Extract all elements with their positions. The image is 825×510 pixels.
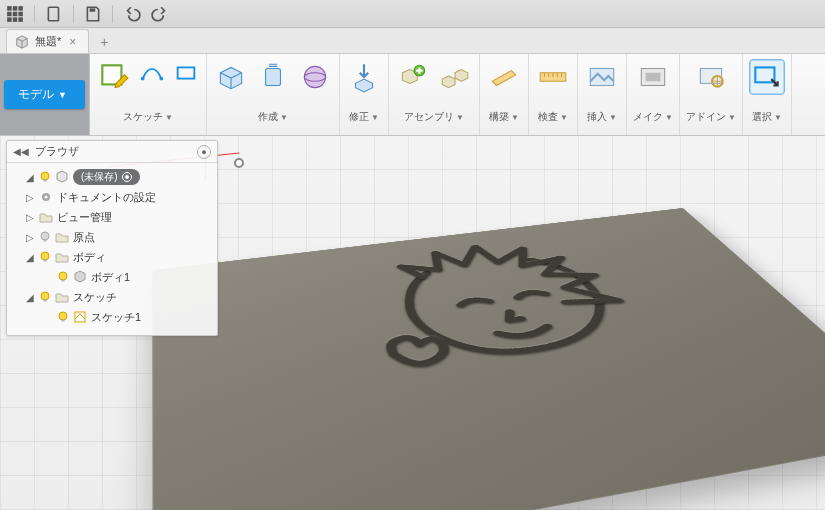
svg-point-26 (41, 172, 49, 180)
browser-header[interactable]: ◀◀ ブラウザ ● (7, 141, 217, 163)
ribbon-group-sketch: スケッチ▼ (90, 54, 207, 135)
ribbon-group-construct: 構築▼ (480, 54, 529, 135)
ribbon-group-label[interactable]: アドイン▼ (686, 109, 736, 125)
ribbon-group-label[interactable]: 構築▼ (489, 109, 519, 125)
svg-rect-9 (48, 7, 58, 21)
ribbon-group-label[interactable]: アセンブリ▼ (404, 109, 464, 125)
svg-rect-0 (7, 6, 12, 11)
extrude-tool-button[interactable] (255, 59, 291, 95)
press-pull-button[interactable] (346, 59, 382, 95)
folder-icon (55, 230, 69, 244)
ribbon-group-label[interactable]: 選択▼ (752, 109, 782, 125)
chevron-down-icon: ▼ (560, 113, 568, 122)
svg-point-13 (159, 77, 163, 81)
chevron-down-icon: ▼ (665, 113, 673, 122)
rectangle-tool-button[interactable] (172, 59, 200, 87)
record-icon (122, 172, 132, 182)
new-component-button[interactable] (395, 59, 431, 95)
tree-node-body1[interactable]: ボディ1 (43, 267, 213, 287)
joint-button[interactable] (437, 59, 473, 95)
insert-decal-button[interactable] (584, 59, 620, 95)
tree-node-bodies[interactable]: ◢ ボディ (25, 247, 213, 267)
svg-point-38 (59, 312, 67, 320)
ribbon-group-label[interactable]: スケッチ▼ (123, 109, 173, 125)
tree-node-label: ビュー管理 (57, 210, 112, 225)
new-tab-button[interactable]: + (93, 31, 115, 53)
lightbulb-off-icon[interactable] (39, 231, 51, 243)
folder-icon (55, 250, 69, 264)
ribbon-group-label[interactable]: 作成▼ (258, 109, 288, 125)
ribbon-toolbar: モデル ▼ スケッチ▼ 作成▼ 修 (0, 54, 825, 136)
expand-icon[interactable]: ▷ (25, 212, 35, 223)
tree-root[interactable]: ◢ (未保存) (25, 167, 213, 187)
tree-node-sketches[interactable]: ◢ スケッチ (25, 287, 213, 307)
svg-rect-14 (178, 67, 195, 78)
make-3dprint-button[interactable] (635, 59, 671, 95)
svg-rect-8 (18, 17, 23, 22)
file-new-icon[interactable] (45, 5, 63, 23)
svg-rect-35 (62, 280, 65, 282)
origin-marker (234, 158, 244, 168)
chevron-down-icon: ▼ (58, 90, 67, 100)
ribbon-group-label[interactable]: 修正▼ (349, 109, 379, 125)
expand-icon[interactable]: ▷ (25, 192, 35, 203)
collapse-icon[interactable]: ◀◀ (13, 146, 29, 157)
browser-panel: ◀◀ ブラウザ ● ◢ (未保存) ▷ ドキュメントの設定 ▷ ビュー管理 (6, 140, 218, 336)
separator (34, 5, 35, 23)
tab-close-button[interactable]: × (67, 35, 78, 49)
quick-access-toolbar (0, 0, 825, 28)
folder-icon (39, 210, 53, 224)
svg-point-30 (41, 232, 49, 240)
expand-icon[interactable]: ▷ (25, 232, 35, 243)
spline-tool-button[interactable] (138, 59, 166, 87)
save-icon[interactable] (84, 5, 102, 23)
lightbulb-icon[interactable] (39, 171, 51, 183)
ribbon-group-insert: 挿入▼ (578, 54, 627, 135)
svg-rect-10 (90, 8, 96, 11)
select-tool-button[interactable] (749, 59, 785, 95)
sphere-tool-button[interactable] (297, 59, 333, 95)
panel-pin-icon[interactable]: ● (197, 145, 211, 159)
root-label: (未保存) (73, 169, 140, 185)
chevron-down-icon: ▼ (728, 113, 736, 122)
tree-node-sketch1[interactable]: スケッチ1 (43, 307, 213, 327)
svg-rect-22 (646, 73, 661, 82)
workspace-switcher[interactable]: モデル ▼ (0, 54, 90, 135)
redo-icon[interactable] (151, 5, 169, 23)
svg-point-29 (45, 196, 48, 199)
scripts-addins-button[interactable] (693, 59, 729, 95)
lightbulb-icon[interactable] (39, 291, 51, 303)
construction-plane-button[interactable] (486, 59, 522, 95)
tree-node-label: ボディ1 (91, 270, 130, 285)
app-menu-icon[interactable] (6, 5, 24, 23)
undo-icon[interactable] (123, 5, 141, 23)
document-tab[interactable]: 無題* × (6, 29, 89, 53)
tree-node-origin[interactable]: ▷ 原点 (25, 227, 213, 247)
svg-rect-1 (13, 6, 18, 11)
ribbon-group-label[interactable]: メイク▼ (633, 109, 673, 125)
ribbon-group-create: 作成▼ (207, 54, 340, 135)
svg-point-12 (141, 77, 145, 81)
ribbon-group-label[interactable]: 挿入▼ (587, 109, 617, 125)
workspace-button[interactable]: モデル ▼ (4, 80, 85, 109)
body-icon (73, 270, 87, 284)
box-tool-button[interactable] (213, 59, 249, 95)
tree-node-label: スケッチ1 (91, 310, 141, 325)
tree-node-label: ドキュメントの設定 (57, 190, 156, 205)
expand-icon[interactable]: ◢ (25, 172, 35, 183)
ribbon-group-label[interactable]: 検査▼ (538, 109, 568, 125)
model-body[interactable] (152, 206, 825, 480)
svg-rect-6 (7, 17, 12, 22)
lightbulb-icon[interactable] (57, 311, 69, 323)
measure-button[interactable] (535, 59, 571, 95)
tree-node-doc-settings[interactable]: ▷ ドキュメントの設定 (25, 187, 213, 207)
tree-node-views[interactable]: ▷ ビュー管理 (25, 207, 213, 227)
lightbulb-icon[interactable] (39, 251, 51, 263)
expand-icon[interactable]: ◢ (25, 292, 35, 303)
svg-rect-3 (7, 11, 12, 16)
expand-icon[interactable]: ◢ (25, 252, 35, 263)
create-sketch-button[interactable] (96, 59, 132, 95)
lightbulb-icon[interactable] (57, 271, 69, 283)
workspace-label: モデル (18, 86, 54, 103)
ribbon-group-modify: 修正▼ (340, 54, 389, 135)
